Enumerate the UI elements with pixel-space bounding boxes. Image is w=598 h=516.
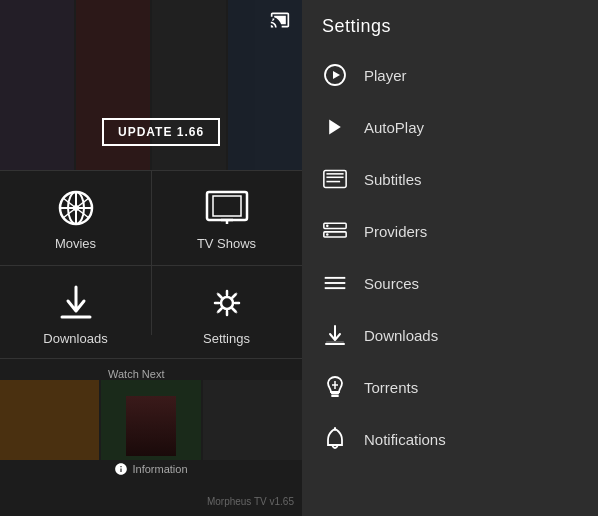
watch-next-label: Watch Next	[108, 368, 164, 380]
downloads-settings-icon	[322, 322, 348, 348]
svg-marker-26	[333, 71, 340, 79]
movies-label: Movies	[55, 236, 96, 251]
settings-item-providers[interactable]: Providers	[302, 205, 598, 257]
tv-shows-label: TV Shows	[197, 236, 256, 251]
version-row: Morpheus TV v1.65	[0, 496, 302, 507]
menu-item-tv-shows[interactable]: TV Shows	[151, 170, 302, 265]
player-label: Player	[364, 67, 407, 84]
settings-gear-icon	[203, 283, 251, 323]
thumb-3	[203, 380, 302, 460]
svg-line-23	[217, 307, 223, 313]
thumb-1	[0, 380, 99, 460]
settings-item-torrents[interactable]: Torrents	[302, 361, 598, 413]
svg-rect-41	[331, 392, 339, 395]
notifications-icon	[322, 426, 348, 452]
svg-rect-28	[324, 170, 346, 187]
update-label: UPDATE 1.66	[118, 125, 204, 139]
settings-title: Settings	[302, 0, 598, 49]
autoplay-label: AutoPlay	[364, 119, 424, 136]
subtitles-icon	[322, 166, 348, 192]
main-menu: Movies TV Shows Downloads	[0, 170, 302, 360]
svg-line-22	[231, 293, 237, 299]
autoplay-icon	[322, 114, 348, 140]
menu-item-settings[interactable]: Settings	[151, 265, 302, 360]
svg-line-24	[231, 307, 237, 313]
downloads-icon	[52, 283, 100, 323]
chromecast-icon[interactable]	[270, 10, 290, 34]
notifications-label: Notifications	[364, 431, 446, 448]
svg-rect-8	[213, 196, 241, 216]
sources-label: Sources	[364, 275, 419, 292]
downloads-label: Downloads	[43, 331, 107, 346]
version-label: Morpheus TV v1.65	[207, 496, 294, 507]
player-icon	[322, 62, 348, 88]
downloads-settings-label: Downloads	[364, 327, 438, 344]
thumbnails-row	[0, 380, 302, 460]
menu-item-movies[interactable]: Movies	[0, 170, 151, 265]
settings-list: Player AutoPlay Subtitles	[302, 49, 598, 516]
torrents-icon	[322, 374, 348, 400]
svg-point-35	[326, 233, 329, 236]
sources-icon	[322, 270, 348, 296]
thumb-2	[101, 380, 200, 460]
settings-item-sources[interactable]: Sources	[302, 257, 598, 309]
svg-rect-40	[326, 341, 344, 344]
right-panel: Settings Player AutoPlay	[302, 0, 598, 516]
info-label: Information	[132, 463, 187, 475]
update-button[interactable]: UPDATE 1.66	[102, 118, 220, 146]
settings-label: Settings	[203, 331, 250, 346]
settings-item-downloads[interactable]: Downloads	[302, 309, 598, 361]
providers-label: Providers	[364, 223, 427, 240]
info-icon	[114, 462, 128, 476]
menu-item-downloads[interactable]: Downloads	[0, 265, 151, 360]
info-row: Information	[0, 462, 302, 476]
torrents-label: Torrents	[364, 379, 418, 396]
left-panel: UPDATE 1.66 Movies	[0, 0, 302, 516]
providers-icon	[322, 218, 348, 244]
svg-point-34	[326, 225, 329, 228]
settings-item-autoplay[interactable]: AutoPlay	[302, 101, 598, 153]
settings-item-subtitles[interactable]: Subtitles	[302, 153, 598, 205]
svg-marker-27	[329, 120, 341, 135]
bottom-divider	[0, 358, 302, 359]
settings-item-notifications[interactable]: Notifications	[302, 413, 598, 465]
svg-line-21	[217, 293, 223, 299]
tv-shows-icon	[203, 188, 251, 228]
settings-item-player[interactable]: Player	[302, 49, 598, 101]
subtitles-label: Subtitles	[364, 171, 422, 188]
movies-icon	[52, 188, 100, 228]
